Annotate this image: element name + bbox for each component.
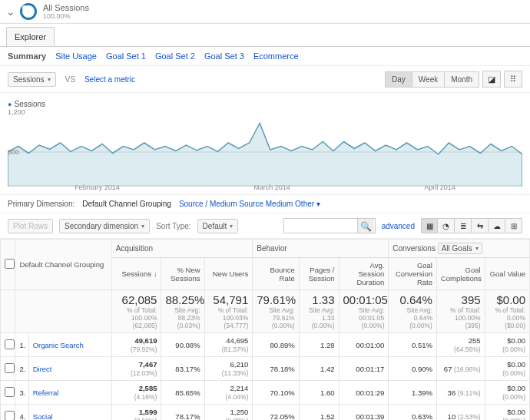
annotation-icon[interactable]: ◪ [482,71,501,88]
row-index: 3. [15,381,28,405]
view-data-table-icon[interactable]: ▦ [421,218,438,233]
col-newusers[interactable]: New Users [204,258,253,290]
total-gc: 395 [462,293,481,306]
subtab-site-usage[interactable]: Site Usage [55,51,97,61]
channel-link[interactable]: Social [33,412,53,421]
cell-sessions: 7,467 (12.03%) [111,357,161,381]
search-icon[interactable]: 🔍 [357,219,374,233]
dimension-link[interactable]: Source [239,200,263,208]
group-behavior: Behavior [253,240,389,258]
col-bounce[interactable]: Bounce Rate [253,258,299,290]
group-acquisition: Acquisition [111,240,253,258]
sort-type-value: Default [203,222,227,230]
total-sessions: 62,085 [122,293,157,306]
row-index: 1. [15,333,28,357]
metric-dropdown-label: Sessions [13,75,45,84]
chevron-down-icon: ▾ [314,200,320,208]
row-checkbox[interactable] [5,363,15,373]
sort-type-label: Sort Type: [156,222,190,230]
period-week[interactable]: Week [412,71,445,88]
cell-dur: 00:01:29 [339,381,389,405]
cell-dur: 00:01:17 [339,357,389,381]
table-row: 1.Organic Search49,619 (79.92%)90.08%44,… [1,333,530,357]
total-dur: 00:01:05 [343,293,388,306]
cell-gcr: 1.39% [389,381,437,405]
channel-link[interactable]: Direct [33,365,52,373]
cell-newu: 1,250 (2.28%) [204,405,253,421]
col-pages[interactable]: Pages / Session [299,258,339,290]
cell-gv: $0.00 (0.00%) [485,405,529,421]
sort-type-dropdown[interactable]: Default [197,219,239,233]
cell-gcr: 0.63% [389,405,437,421]
dimension-link[interactable]: Medium [266,200,293,208]
dimension-link[interactable]: Other ▾ [295,200,320,208]
col-gc[interactable]: Goal Completions [436,258,485,290]
row-checkbox[interactable] [5,411,15,421]
chart-ymid: 600 [8,148,19,156]
row-index: 4. [15,405,28,421]
search-input[interactable] [284,222,357,230]
view-cloud-icon[interactable]: ☁ [489,218,505,233]
cell-newu: 44,695 (81.57%) [204,333,253,357]
subtab-goal-set-1[interactable]: Goal Set 1 [106,51,146,61]
search-box: 🔍 [283,218,376,233]
view-pie-icon[interactable]: ◔ [438,218,455,233]
cell-pages: 1.52 [299,405,339,421]
metric-dropdown[interactable]: Sessions [8,72,56,87]
tab-explorer[interactable]: Explorer [6,27,55,46]
view-pivot-icon[interactable]: ⊞ [505,218,522,233]
cell-gcr: 0.51% [389,333,437,357]
subtab-ecommerce[interactable]: Ecommerce [253,51,299,61]
motion-chart-icon[interactable]: ⠿ [504,71,522,88]
col-duration[interactable]: Avg. Session Duration [339,258,389,290]
total-gcr: 0.64% [399,293,432,306]
table-row: 4.Social1,599 (2.58%)78.17%1,250 (2.28%)… [1,405,530,421]
subtab-goal-set-3[interactable]: Goal Set 3 [204,51,244,61]
cell-newu: 2,214 (4.04%) [204,381,253,405]
plot-rows-button[interactable]: Plot Rows [8,219,53,233]
cell-gv: $0.00 (0.00%) [485,381,529,405]
cell-sessions: 2,585 (4.16%) [111,381,161,405]
advanced-link[interactable]: advanced [382,222,415,230]
cell-pages: 1.42 [299,357,339,381]
row-checkbox[interactable] [5,339,15,349]
period-month[interactable]: Month [445,71,479,88]
view-comparison-icon[interactable]: ⇆ [472,218,489,233]
primary-dimension-label: Primary Dimension: [8,200,75,208]
select-all-checkbox[interactable] [5,259,15,269]
view-performance-icon[interactable]: ≣ [455,218,472,233]
cell-bounce: 80.89% [253,333,299,357]
col-sessions[interactable]: Sessions [111,258,161,290]
subtab-summary[interactable]: Summary [8,51,46,61]
period-day[interactable]: Day [385,71,412,88]
total-pages: 1.33 [312,293,334,306]
col-pnew[interactable]: % New Sessions [161,258,204,290]
secondary-dimension-label: Secondary dimension [65,222,138,230]
data-table: Default Channel Grouping Acquisition Beh… [0,239,530,420]
channel-link[interactable]: Organic Search [33,341,84,349]
sort-desc-icon [151,270,157,278]
cell-pnew: 85.65% [161,381,204,405]
segment-sub: 100.00% [43,12,89,20]
collapse-toggle[interactable]: ⌄ [6,5,15,18]
cell-pnew: 90.08% [161,333,204,357]
goals-dropdown[interactable]: All Goals [438,243,482,254]
col-gv[interactable]: Goal Value [485,258,529,290]
cell-pnew: 78.17% [161,405,204,421]
subtab-goal-set-2[interactable]: Goal Set 2 [155,51,195,61]
channel-link[interactable]: Referral [33,389,59,397]
cell-bounce: 70.10% [253,381,299,405]
period-button-group: DayWeekMonth [385,71,479,88]
table-row: 3.Referral2,585 (4.16%)85.65%2,214 (4.04… [1,381,530,405]
total-bounce: 79.61% [257,293,296,306]
row-checkbox[interactable] [5,387,15,397]
col-dimension[interactable]: Default Channel Grouping [15,240,111,290]
view-buttons: ▦ ◔ ≣ ⇆ ☁ ⊞ [421,218,522,233]
cell-gv: $0.00 (0.00%) [485,333,529,357]
secondary-dimension-dropdown[interactable]: Secondary dimension [59,219,150,233]
col-gcr[interactable]: Goal Conversion Rate [389,258,437,290]
dimension-link[interactable]: Source / Medium [179,200,237,208]
cell-gc: 10 (2.53%) [436,405,485,421]
select-metric-link[interactable]: Select a metric [84,75,135,84]
segment-block[interactable]: All Sessions 100.00% [43,3,89,20]
